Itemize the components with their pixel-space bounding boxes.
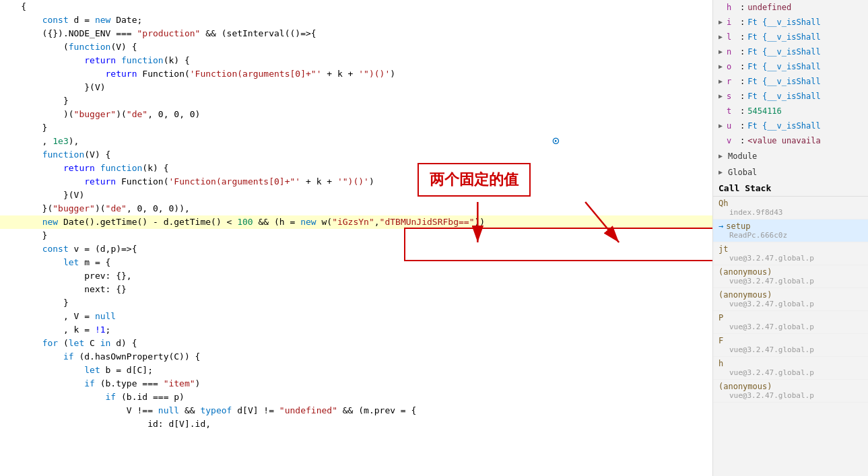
callstack-item[interactable]: → setupReadPc.666c0z: [713, 219, 868, 242]
code-line: let m = {: [0, 256, 712, 269]
callstack-item[interactable]: (anonymous)vue@3.2.47.global.p: [713, 288, 868, 311]
callstack-header: Call Stack: [713, 180, 868, 197]
section-expand-icon: ▶: [719, 166, 727, 179]
code-line-content: return Function('Function(arguments[0]+"…: [0, 67, 707, 81]
code-line: const d = new Date;: [0, 13, 712, 27]
code-line-content: }(V): [0, 81, 707, 94]
code-line-content: }: [0, 229, 707, 242]
code-line-content: return function(k) {: [0, 54, 707, 67]
code-line-content: V !== null && typeof d[V] != "undefined"…: [0, 404, 707, 417]
code-line: {: [0, 0, 712, 13]
code-line-content: const d = new Date;: [0, 13, 707, 27]
scope-expand-icon[interactable]: ▶: [719, 16, 727, 28]
code-line: const v = (d,p)=>{: [0, 242, 712, 256]
callstack-item[interactable]: Fvue@3.2.47.global.p: [713, 334, 868, 357]
scope-section-header[interactable]: ▶Global: [713, 164, 868, 180]
code-line-content: prev: {},: [0, 269, 707, 283]
code-line: , V = null: [0, 310, 712, 323]
code-line-content: )("bugger")("de", 0, 0, 0): [0, 108, 707, 121]
code-lines: { const d = new Date; ({}).NODE_ENV === …: [0, 0, 712, 431]
scope-expand-icon[interactable]: ▶: [719, 61, 727, 73]
code-line: return Function('Function(arguments[0]+"…: [0, 67, 712, 81]
scope-expand-icon[interactable]: ▶: [719, 120, 727, 132]
scope-var-item: ▶s: Ft {__v_isShall: [713, 89, 868, 104]
callstack-item[interactable]: hvue@3.2.47.global.p: [713, 357, 868, 380]
scope-value: 5454116: [747, 105, 782, 117]
code-line-content: , k = !1;: [0, 323, 707, 337]
code-line-content: const v = (d,p)=>{: [0, 242, 707, 256]
scope-key: t: [727, 105, 740, 117]
code-line-content: }: [0, 94, 707, 108]
callstack-list[interactable]: Qhindex.9f8d43→ setupReadPc.666c0zjtvue@…: [713, 197, 868, 476]
callstack-func-name: P: [719, 313, 723, 322]
scope-var-item: t: 5454116: [713, 104, 868, 118]
code-line: }("bugger")("de", 0, 0, 0)),: [0, 202, 712, 215]
code-line-content: id: d[V].id,: [0, 417, 707, 431]
scope-key: v: [727, 135, 740, 147]
callstack-func-name: F: [719, 336, 723, 345]
scope-value: Ft {__v_isShall: [747, 31, 820, 43]
code-line: function(V) {: [0, 148, 712, 162]
scope-var-item: ▶r: Ft {__v_isShall: [713, 74, 868, 89]
scope-var-item: ▶i: Ft {__v_isShall: [713, 15, 868, 30]
code-line: return function(k) {: [0, 162, 712, 175]
code-line: (function(V) {: [0, 40, 712, 54]
code-line: , 1e3),: [0, 135, 712, 148]
scope-expand-icon[interactable]: ▶: [719, 75, 727, 88]
code-line-content: }: [0, 121, 707, 135]
code-line: if (d.hasOwnProperty(C)) {: [0, 350, 712, 364]
callstack-item[interactable]: (anonymous)vue@3.2.47.global.p: [713, 380, 868, 403]
callstack-item[interactable]: jtvue@3.2.47.global.p: [713, 242, 868, 265]
code-line-content: let m = {: [0, 256, 707, 269]
scope-expand-icon[interactable]: ▶: [719, 46, 727, 58]
code-line-content: }(V): [0, 189, 707, 202]
code-line: }: [0, 121, 712, 135]
scope-key: i: [727, 16, 740, 28]
code-line: return Function('Function(arguments[0]+"…: [0, 175, 712, 189]
code-line-content: }("bugger")("de", 0, 0, 0)),: [0, 202, 707, 215]
blue-dot: ⊙: [552, 133, 560, 147]
callstack-file: vue@3.2.47.global.p: [729, 322, 863, 331]
scope-expand-icon[interactable]: ▶: [719, 90, 727, 102]
code-line-content: if (b.id === p): [0, 390, 707, 404]
scope-key: s: [727, 90, 740, 102]
code-line: )("bugger")("de", 0, 0, 0): [0, 108, 712, 121]
callstack-item[interactable]: Qhindex.9f8d43: [713, 197, 868, 219]
callstack-item[interactable]: (anonymous)vue@3.2.47.global.p: [713, 265, 868, 288]
callstack-item[interactable]: Pvue@3.2.47.global.p: [713, 311, 868, 334]
scope-var-item: v: <value unavaila: [713, 133, 868, 148]
code-scroll[interactable]: { const d = new Date; ({}).NODE_ENV === …: [0, 0, 712, 476]
scope-expand-icon[interactable]: ▶: [719, 31, 727, 43]
section-expand-icon: ▶: [719, 149, 727, 163]
code-line: ({}).NODE_ENV === "production" && (setIn…: [0, 27, 712, 40]
code-line: if (b.id === p): [0, 390, 712, 404]
scope-value: Ft {__v_isShall: [747, 61, 820, 73]
code-line: let b = d[C];: [0, 364, 712, 377]
scope-section-header[interactable]: ▶Module: [713, 148, 868, 164]
callstack-active-icon: →: [719, 222, 723, 231]
sections-container: ▶Module▶Global: [713, 148, 868, 180]
section-label: Global: [728, 166, 757, 179]
scope-value: Ft {__v_isShall: [747, 16, 820, 28]
scope-var-item: h: undefined: [713, 0, 868, 15]
code-line: }: [0, 229, 712, 242]
code-line-content: {: [0, 0, 707, 13]
callstack-file: vue@3.2.47.global.p: [729, 300, 863, 308]
code-line-content: return Function('Function(arguments[0]+"…: [0, 175, 707, 189]
annotation-text: 两个固定的值: [430, 171, 519, 188]
code-line: return function(k) {: [0, 54, 712, 67]
scope-var-item: ▶o: Ft {__v_isShall: [713, 59, 868, 74]
callstack-func-name: setup: [726, 222, 750, 231]
scope-key: r: [727, 75, 740, 88]
callstack-section: Call Stack Qhindex.9f8d43→ setupReadPc.6…: [713, 180, 868, 476]
scope-value: Ft {__v_isShall: [747, 75, 820, 88]
callstack-func-name: (anonymous): [719, 382, 772, 391]
callstack-file: vue@3.2.47.global.p: [729, 391, 863, 400]
right-panel: h: undefined▶i: Ft {__v_isShall▶l: Ft {_…: [713, 0, 868, 476]
scope-key: u: [727, 120, 740, 132]
code-line: id: d[V].id,: [0, 417, 712, 431]
scope-key: n: [727, 46, 740, 58]
code-line-content: function(V) {: [0, 148, 707, 162]
code-line: if (b.type === "item"): [0, 377, 712, 390]
callstack-file: vue@3.2.47.global.p: [729, 254, 863, 263]
